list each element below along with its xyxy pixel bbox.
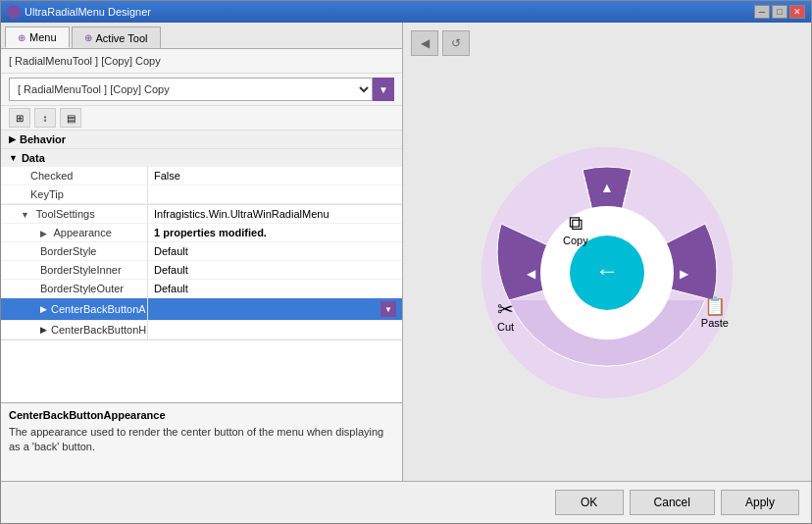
right-arrow-icon: ▶: [680, 267, 689, 281]
sort-icon: ↕: [43, 113, 48, 124]
toolsettings-expand-icon: ▼: [21, 210, 29, 220]
menu-tab-icon: ⊕: [18, 32, 25, 43]
tab-active-tool[interactable]: ⊕ Active Tool: [72, 26, 161, 48]
breadcrumb: [ RadialMenuTool ] [Copy] Copy: [1, 49, 402, 74]
refresh-button[interactable]: ↺: [442, 30, 470, 56]
centerbackbuttona-expand-icon: ▶: [40, 304, 47, 314]
active-tool-tab-icon: ⊕: [84, 32, 92, 43]
property-toolbar: ⊞ ↕ ▤: [1, 106, 402, 131]
centerbackbuttonh-expand-icon: ▶: [40, 325, 47, 335]
centerbackbuttonh-name: ▶ CenterBackButtonH: [1, 321, 148, 339]
right-panel: ◀ ↺ 🗑 🗑 🗑: [403, 23, 811, 481]
centerbackbuttona-row[interactable]: ▶ CenterBackButtonA ▼: [1, 298, 402, 321]
list-icon: ▤: [67, 113, 76, 124]
window-icon: [7, 5, 21, 19]
copy-icon: ⧉: [569, 212, 583, 235]
property-edit-button[interactable]: ▼: [381, 301, 396, 317]
window-controls: ─ □ ✕: [754, 5, 805, 19]
appearance-value[interactable]: 1 properties modified.: [148, 224, 402, 241]
checked-row: Checked False: [1, 167, 402, 185]
description-title: CenterBackButtonAppearance: [9, 409, 394, 421]
centerbackbuttona-name: ▶ CenterBackButtonA: [1, 298, 148, 320]
item-dropdown[interactable]: [ RadialMenuTool ] [Copy] Copy: [9, 78, 373, 101]
centerbackbuttonh-value[interactable]: [148, 321, 402, 339]
borderstyleinner-name: BorderStyleInner: [1, 261, 148, 279]
borderstyleouter-value[interactable]: Default: [148, 280, 402, 297]
active-tool-tab-label: Active Tool: [96, 32, 148, 44]
breadcrumb-text: [ RadialMenuTool ] [Copy] Copy: [9, 55, 161, 67]
close-button[interactable]: ✕: [789, 5, 805, 19]
dropdown-arrow-icon: ▼: [379, 84, 388, 95]
grid-view-button[interactable]: ⊞: [9, 108, 30, 128]
toolsettings-group: ▼ ToolSettings Infragistics.Win.UltraWin…: [1, 205, 402, 341]
appearance-row: ▶ Appearance 1 properties modified.: [1, 224, 402, 242]
description-text: The appearance used to render the center…: [9, 425, 394, 455]
behavior-collapse-icon: ▶: [9, 134, 16, 144]
left-arrow-icon: ◀: [527, 267, 536, 281]
radial-menu-svg: ← ▲ ◀ ▶: [470, 135, 744, 410]
behavior-group: ▶ Behavior: [1, 131, 402, 149]
copy-item[interactable]: ⧉ Copy: [563, 212, 588, 246]
sort-button[interactable]: ↕: [34, 108, 56, 128]
data-label: Data: [22, 152, 45, 164]
paste-label: Paste: [701, 317, 729, 329]
properties-panel: ▶ Behavior ▼ Data Checked False Ke: [1, 131, 402, 402]
borderstyle-name: BorderStyle: [1, 242, 148, 260]
apply-button[interactable]: Apply: [721, 490, 799, 515]
description-panel: CenterBackButtonAppearance The appearanc…: [1, 402, 402, 481]
refresh-icon: ↺: [451, 36, 461, 50]
menu-tab-label: Menu: [29, 31, 57, 43]
keytip-name: KeyTip: [1, 185, 148, 203]
top-arrow-icon: ▲: [600, 180, 614, 195]
list-view-button[interactable]: ▤: [60, 108, 81, 128]
left-panel: ⊕ Menu ⊕ Active Tool [ RadialMenuTool ] …: [1, 23, 403, 481]
title-bar: UltraRadialMenu Designer ─ □ ✕: [1, 1, 811, 23]
window-title: UltraRadialMenu Designer: [25, 6, 754, 18]
borderstyleinner-row: BorderStyleInner Default: [1, 261, 402, 280]
radial-menu: 🗑 🗑 🗑: [470, 135, 744, 410]
right-toolbar: ◀ ↺: [403, 23, 811, 64]
behavior-header[interactable]: ▶ Behavior: [1, 131, 402, 148]
footer: OK Cancel Apply: [1, 481, 811, 523]
back-icon: ◀: [421, 36, 430, 50]
center-arrow-icon: ←: [595, 257, 619, 284]
grid-icon: ⊞: [16, 113, 24, 124]
back-navigation-button[interactable]: ◀: [411, 30, 438, 56]
dropdown-button[interactable]: ▼: [373, 78, 394, 101]
minimize-button[interactable]: ─: [754, 5, 770, 19]
cut-item[interactable]: ✂ Cut: [497, 297, 514, 333]
keytip-value[interactable]: [148, 185, 402, 203]
dropdown-area: [ RadialMenuTool ] [Copy] Copy ▼: [1, 74, 402, 106]
borderstyleouter-row: BorderStyleOuter Default: [1, 280, 402, 298]
data-collapse-icon: ▼: [9, 153, 18, 163]
toolsettings-row: ▼ ToolSettings Infragistics.Win.UltraWin…: [1, 205, 402, 224]
paste-item[interactable]: 📋 Paste: [701, 295, 729, 329]
centerbackbuttona-value: ▼: [148, 298, 402, 320]
toolsettings-name: ▼ ToolSettings: [1, 205, 148, 223]
toolsettings-value[interactable]: Infragistics.Win.UltraWinRadialMenu: [148, 205, 402, 223]
paste-icon: 📋: [704, 295, 726, 317]
ok-button[interactable]: OK: [555, 490, 624, 515]
cut-icon: ✂: [497, 297, 514, 321]
radial-menu-container: 🗑 🗑 🗑: [403, 64, 811, 481]
tab-bar: ⊕ Menu ⊕ Active Tool: [1, 23, 402, 49]
appearance-expand-icon: ▶: [40, 229, 47, 238]
main-window: UltraRadialMenu Designer ─ □ ✕ ⊕ Menu ⊕ …: [0, 0, 812, 524]
cut-label: Cut: [497, 321, 514, 333]
data-header[interactable]: ▼ Data: [1, 149, 402, 167]
centerbackbuttonh-row: ▶ CenterBackButtonH: [1, 321, 402, 340]
data-group: ▼ Data Checked False KeyTip: [1, 149, 402, 205]
borderstyle-row: BorderStyle Default: [1, 242, 402, 261]
borderstyle-value[interactable]: Default: [148, 242, 402, 260]
behavior-label: Behavior: [20, 133, 66, 145]
copy-label: Copy: [563, 235, 588, 246]
main-content: ⊕ Menu ⊕ Active Tool [ RadialMenuTool ] …: [1, 23, 811, 481]
borderstyleouter-name: BorderStyleOuter: [1, 280, 148, 297]
cancel-button[interactable]: Cancel: [630, 490, 715, 515]
maximize-button[interactable]: □: [772, 5, 787, 19]
tab-menu[interactable]: ⊕ Menu: [5, 26, 70, 48]
checked-name: Checked: [1, 167, 148, 184]
checked-value[interactable]: False: [148, 167, 402, 184]
keytip-row: KeyTip: [1, 185, 402, 204]
borderstyleinner-value[interactable]: Default: [148, 261, 402, 279]
